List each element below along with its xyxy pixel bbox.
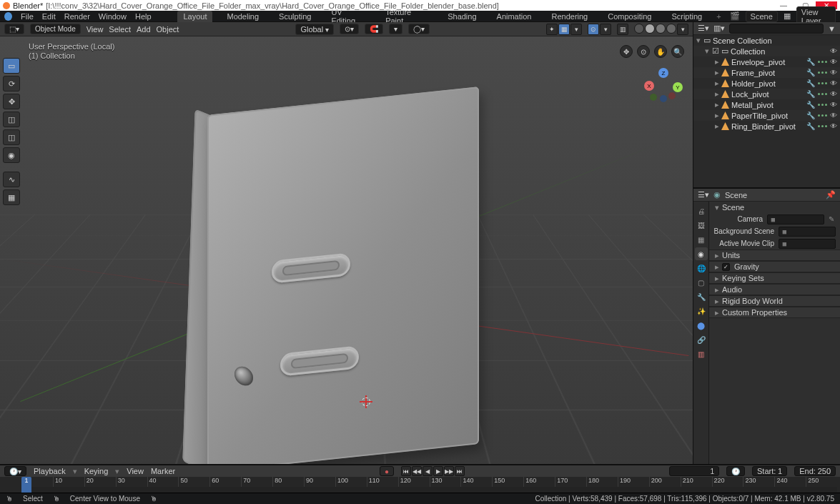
twist-icon[interactable]: ▸ bbox=[715, 308, 722, 317]
outliner-mode-icon[interactable]: ▥▾ bbox=[713, 24, 725, 33]
twist-icon[interactable]: ▸ bbox=[715, 251, 722, 260]
twist-icon[interactable]: ▸ bbox=[713, 100, 721, 109]
ptab-modifiers[interactable]: 🔧 bbox=[695, 290, 708, 303]
pin-icon[interactable]: 📌 bbox=[826, 190, 836, 199]
outliner[interactable]: ▾ ▭ Scene Collection ▾ ☑ ▭ Collection 👁 … bbox=[693, 35, 840, 189]
gizmo-z-icon[interactable]: Z bbox=[658, 68, 668, 78]
prop-section[interactable]: ▸Gravity bbox=[709, 261, 840, 272]
twist-icon[interactable]: ▸ bbox=[713, 68, 721, 77]
tl-menu-marker[interactable]: Marker bbox=[151, 467, 175, 475]
twist-icon[interactable]: ▸ bbox=[715, 274, 722, 283]
orientation-selector[interactable]: Global ▾ bbox=[295, 24, 334, 35]
eye-icon[interactable]: 👁 bbox=[830, 69, 837, 76]
tool-measure[interactable]: ▦ bbox=[3, 189, 20, 205]
timeline-ruler[interactable]: 0102030405060708090100110120130140150160… bbox=[0, 477, 840, 493]
outliner-item-name[interactable]: Frame_pivot bbox=[730, 69, 806, 77]
prop-section[interactable]: ▸Custom Properties bbox=[709, 307, 840, 318]
twist-icon[interactable]: ▸ bbox=[713, 122, 721, 131]
outliner-editor-icon[interactable]: ☰▾ bbox=[698, 24, 709, 33]
ptab-object[interactable]: ▢ bbox=[695, 276, 708, 289]
twist-icon[interactable]: ▸ bbox=[713, 111, 721, 120]
modifier-icon[interactable]: 🔧 bbox=[806, 112, 815, 119]
playhead[interactable]: 1 bbox=[21, 477, 31, 493]
eye-icon[interactable]: 👁 bbox=[830, 90, 837, 98]
workspace-add[interactable]: + bbox=[716, 12, 721, 21]
prev-keyframe-icon[interactable]: ◀◀ bbox=[412, 466, 422, 476]
workspace-tab-sculpting[interactable]: Sculpting bbox=[273, 11, 317, 22]
outliner-item[interactable]: ▸PaperTitle_pivot🔧👁 bbox=[693, 110, 840, 121]
shading-solid-icon[interactable] bbox=[645, 24, 655, 34]
shading-modes[interactable]: ▾ bbox=[634, 24, 688, 35]
editor-type-icon[interactable]: ⬚▾ bbox=[4, 24, 24, 34]
ptab-world[interactable]: 🌐 bbox=[695, 262, 708, 275]
workspace-tab-shading[interactable]: Shading bbox=[442, 11, 482, 22]
gizmo-x-icon[interactable]: X bbox=[644, 81, 654, 91]
outliner-search[interactable] bbox=[729, 24, 824, 34]
prop-section[interactable]: ▸Keying Sets bbox=[709, 272, 840, 284]
auto-key-icon[interactable]: 🕐 bbox=[726, 466, 745, 476]
play-icon[interactable]: ▶ bbox=[433, 466, 443, 476]
outliner-item[interactable]: ▸Frame_pivot🔧👁 bbox=[693, 67, 840, 78]
nav-move-icon[interactable]: ✥ bbox=[620, 45, 633, 58]
eye-icon[interactable]: 👁 bbox=[830, 112, 837, 119]
twist-icon[interactable]: ▸ bbox=[713, 57, 721, 66]
nav-zoom-icon[interactable]: 🔍 bbox=[671, 45, 684, 58]
ptab-render[interactable]: 🖨 bbox=[695, 204, 708, 217]
vp-menu-object[interactable]: Object bbox=[157, 25, 179, 34]
eye-icon[interactable]: 👁 bbox=[830, 79, 837, 87]
twist-icon[interactable]: ▸ bbox=[713, 79, 721, 88]
current-frame[interactable]: 1 bbox=[669, 466, 719, 476]
outliner-item-name[interactable]: Metall_pivot bbox=[730, 101, 806, 109]
autokey-toggle[interactable]: ● bbox=[380, 466, 394, 476]
checkbox-icon[interactable]: ☑ bbox=[711, 46, 720, 56]
snap-toggle[interactable]: 🧲 bbox=[365, 24, 383, 34]
vp-menu-select[interactable]: Select bbox=[109, 25, 131, 34]
gizmo-neg-x-icon[interactable] bbox=[668, 92, 676, 99]
tl-menu-view[interactable]: View bbox=[127, 467, 144, 475]
shading-lookdev-icon[interactable] bbox=[656, 24, 666, 34]
tool-select-box[interactable]: ▭ bbox=[3, 58, 20, 74]
tool-annotate[interactable]: ∿ bbox=[3, 172, 20, 187]
nav-pan-icon[interactable]: ✋ bbox=[654, 45, 667, 58]
nav-gizmo[interactable]: X Y Z bbox=[644, 68, 683, 107]
xray-toggle[interactable]: ▥ bbox=[617, 24, 628, 35]
tl-menu-playback[interactable]: Playback bbox=[34, 467, 66, 475]
twist-icon[interactable]: ▾ bbox=[703, 46, 711, 56]
shading-rendered-icon[interactable] bbox=[666, 24, 676, 34]
tl-menu-keying[interactable]: Keying bbox=[84, 467, 109, 475]
twist-icon[interactable]: ▸ bbox=[715, 285, 722, 295]
camera-field[interactable]: ■ bbox=[767, 214, 824, 224]
frame-end[interactable]: End: 250 bbox=[794, 466, 836, 476]
outliner-item[interactable]: ▸Envelope_pivot🔧👁 bbox=[693, 56, 840, 67]
vp-menu-view[interactable]: View bbox=[87, 25, 104, 34]
outliner-item[interactable]: ▸Ring_Binder_pivot🔧👁 bbox=[693, 121, 840, 132]
prop-section[interactable]: ▸Audio bbox=[709, 284, 840, 295]
vp-menu-add[interactable]: Add bbox=[137, 25, 151, 34]
eye-icon[interactable]: 👁 bbox=[830, 58, 837, 66]
outliner-item[interactable]: ▸Lock_pivot🔧👁 bbox=[693, 89, 840, 99]
tool-transform[interactable]: ◉ bbox=[3, 147, 20, 163]
blender-icon[interactable] bbox=[4, 12, 12, 21]
prop-section[interactable]: ▸Rigid Body World bbox=[709, 295, 840, 307]
overlay-visibility[interactable]: ⊙▾ bbox=[588, 24, 611, 35]
outliner-item-name[interactable]: PaperTitle_pivot bbox=[730, 112, 806, 120]
workspace-tab-layout[interactable]: Layout bbox=[177, 11, 212, 22]
proportional-edit[interactable]: ◯▾ bbox=[408, 24, 430, 34]
ptab-physics[interactable]: ⬤ bbox=[695, 319, 708, 332]
timeline-editor-icon[interactable]: 🕐▾ bbox=[4, 466, 26, 476]
shading-wireframe-icon[interactable] bbox=[634, 24, 644, 34]
ptab-scene[interactable]: ◉ bbox=[695, 247, 708, 260]
twist-icon[interactable]: ▾ bbox=[715, 203, 722, 212]
prop-section[interactable]: ▸Units bbox=[709, 249, 840, 261]
jump-start-icon[interactable]: ⏮ bbox=[401, 466, 411, 476]
twist-icon[interactable]: ▸ bbox=[715, 297, 722, 306]
modifier-icon[interactable]: 🔧 bbox=[806, 79, 815, 87]
outliner-item-name[interactable]: Ring_Binder_pivot bbox=[730, 122, 806, 131]
snap-options[interactable]: ▾ bbox=[389, 24, 402, 34]
checkbox-icon[interactable] bbox=[722, 263, 730, 271]
movieclip-field[interactable]: ■ bbox=[779, 239, 836, 249]
viewport-canvas[interactable]: User Perspective (Local) (1) Collection … bbox=[0, 36, 693, 464]
twist-icon[interactable]: ▾ bbox=[695, 36, 702, 45]
workspace-tab-scripting[interactable]: Scripting bbox=[666, 11, 708, 22]
modifier-icon[interactable]: 🔧 bbox=[806, 101, 815, 109]
